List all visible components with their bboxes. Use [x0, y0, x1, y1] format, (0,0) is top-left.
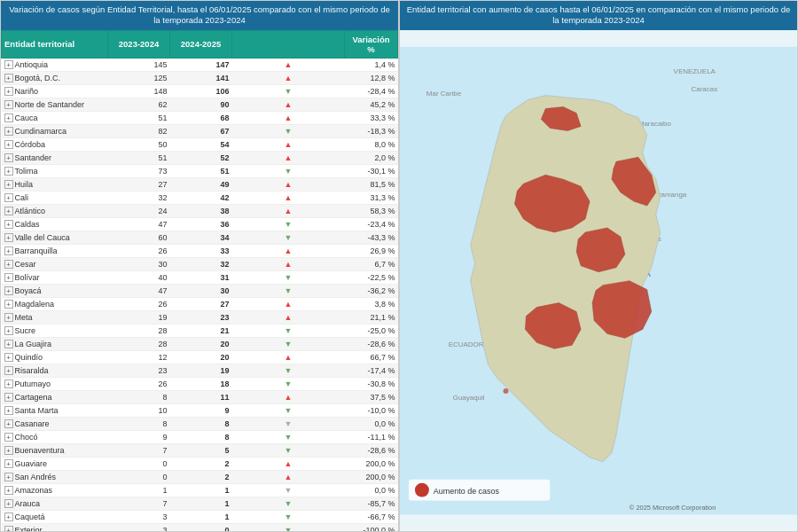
legend-label: Aumento de casos [434, 486, 500, 495]
value-2023: 73 [108, 164, 170, 177]
expand-icon[interactable]: + [4, 340, 13, 348]
expand-icon[interactable]: + [4, 366, 13, 375]
expand-icon[interactable]: + [4, 393, 13, 402]
expand-icon[interactable]: + [4, 353, 13, 362]
expand-icon[interactable]: + [4, 446, 13, 455]
arrow-cell: ▲ [232, 390, 345, 403]
arrow-up-icon: ▲ [285, 246, 293, 255]
table-row: +Caldas 47 36 ▼ -23,4 % [2, 217, 398, 231]
expand-icon[interactable]: + [4, 459, 13, 468]
arrow-cell: ▼ [232, 217, 345, 231]
value-2024: 0 [170, 523, 232, 531]
expand-icon[interactable]: + [4, 473, 13, 481]
expand-icon[interactable]: + [4, 74, 13, 82]
value-2023: 0 [108, 457, 170, 470]
expand-icon[interactable]: + [4, 87, 13, 96]
expand-icon[interactable]: + [4, 433, 13, 442]
entity-name: +Cundinamarca [2, 124, 108, 137]
table-row: +Tolima 73 51 ▼ -30,1 % [2, 164, 398, 177]
value-2023: 7 [108, 443, 170, 457]
expand-icon[interactable]: + [4, 499, 13, 508]
expand-icon[interactable]: + [4, 180, 13, 189]
expand-icon[interactable]: + [4, 207, 13, 215]
value-2023: 51 [108, 151, 170, 164]
header-var: Variación % [345, 30, 398, 58]
arrow-cell: ▼ [232, 483, 345, 497]
entity-name: +Cesar [2, 257, 108, 270]
expand-icon[interactable]: + [4, 379, 13, 388]
arrow-down-icon: ▼ [285, 433, 293, 442]
expand-icon[interactable]: + [4, 406, 13, 415]
arrow-neutral-icon: ▼ [285, 419, 293, 428]
table-row: +Atlántico 24 38 ▲ 58,3 % [2, 204, 398, 217]
arrow-up-icon: ▲ [285, 60, 293, 69]
variation-pct: 0,0 % [345, 483, 398, 497]
arrow-cell: ▼ [232, 377, 345, 390]
value-2024: 8 [170, 417, 232, 430]
value-2023: 0 [108, 470, 170, 483]
expand-icon[interactable]: + [4, 486, 13, 495]
value-2023: 27 [108, 177, 170, 191]
variation-pct: -10,0 % [345, 403, 398, 417]
entity-name: +Barranquilla [2, 244, 108, 257]
variation-pct: 8,0 % [345, 137, 398, 151]
table-row: +Córdoba 50 54 ▲ 8,0 % [2, 137, 398, 151]
arrow-neutral-icon: ▼ [285, 486, 293, 495]
expand-icon[interactable]: + [4, 193, 13, 202]
expand-icon[interactable]: + [4, 233, 13, 242]
expand-icon[interactable]: + [4, 526, 13, 531]
entity-name: +Cartagena [2, 390, 108, 403]
value-2024: 2 [170, 457, 232, 470]
expand-icon[interactable]: + [4, 260, 13, 269]
expand-icon[interactable]: + [4, 127, 13, 136]
table-row: +Buenaventura 7 5 ▼ -28,6 % [2, 443, 398, 457]
arrow-cell: ▲ [232, 98, 345, 111]
entity-name: +Córdoba [2, 137, 108, 151]
arrow-cell: ▼ [232, 164, 345, 177]
expand-icon[interactable]: + [4, 286, 13, 295]
expand-icon[interactable]: + [4, 246, 13, 255]
value-2024: 20 [170, 350, 232, 364]
variation-pct: 21,1 % [345, 310, 398, 324]
table-row: +Amazonas 1 1 ▼ 0,0 % [2, 483, 398, 497]
expand-icon[interactable]: + [4, 153, 13, 162]
value-2023: 47 [108, 217, 170, 231]
table-container[interactable]: Entidad territorial 2023-2024 2024-2025 … [1, 30, 398, 531]
table-row: +Casanare 8 8 ▼ 0,0 % [2, 417, 398, 430]
expand-icon[interactable]: + [4, 140, 13, 149]
expand-icon[interactable]: + [4, 512, 13, 521]
value-2023: 47 [108, 284, 170, 297]
arrow-cell: ▼ [232, 497, 345, 510]
arrow-cell: ▲ [232, 470, 345, 483]
expand-icon[interactable]: + [4, 273, 13, 282]
variation-pct: 58,3 % [345, 204, 398, 217]
variation-pct: 33,3 % [345, 111, 398, 124]
variation-pct: -28,4 % [345, 84, 398, 98]
expand-icon[interactable]: + [4, 313, 13, 322]
table-row: +Putumayo 26 18 ▼ -30,8 % [2, 377, 398, 390]
expand-icon[interactable]: + [4, 326, 13, 335]
variation-pct: -17,4 % [345, 364, 398, 377]
expand-icon[interactable]: + [4, 100, 13, 109]
value-2023: 26 [108, 244, 170, 257]
right-title: Entidad territorial con aumento de casos… [400, 1, 797, 30]
table-row: +Chocó 9 8 ▼ -11,1 % [2, 430, 398, 443]
variation-pct: 3,8 % [345, 297, 398, 310]
expand-icon[interactable]: + [4, 419, 13, 428]
expand-icon[interactable]: + [4, 167, 13, 176]
variation-pct: 81,5 % [345, 177, 398, 191]
table-row: +Nariño 148 106 ▼ -28,4 % [2, 84, 398, 98]
arrow-cell: ▲ [232, 151, 345, 164]
expand-icon[interactable]: + [4, 220, 13, 229]
entity-name: +Casanare [2, 417, 108, 430]
arrow-down-icon: ▼ [285, 286, 293, 295]
variation-pct: 200,0 % [345, 457, 398, 470]
expand-icon[interactable]: + [4, 300, 13, 309]
arrow-cell: ▲ [232, 71, 345, 84]
value-2023: 1 [108, 483, 170, 497]
expand-icon[interactable]: + [4, 60, 13, 69]
entity-name: +Boyacá [2, 284, 108, 297]
expand-icon[interactable]: + [4, 113, 13, 122]
variation-pct: 26,9 % [345, 244, 398, 257]
arrow-up-icon: ▲ [285, 260, 293, 269]
